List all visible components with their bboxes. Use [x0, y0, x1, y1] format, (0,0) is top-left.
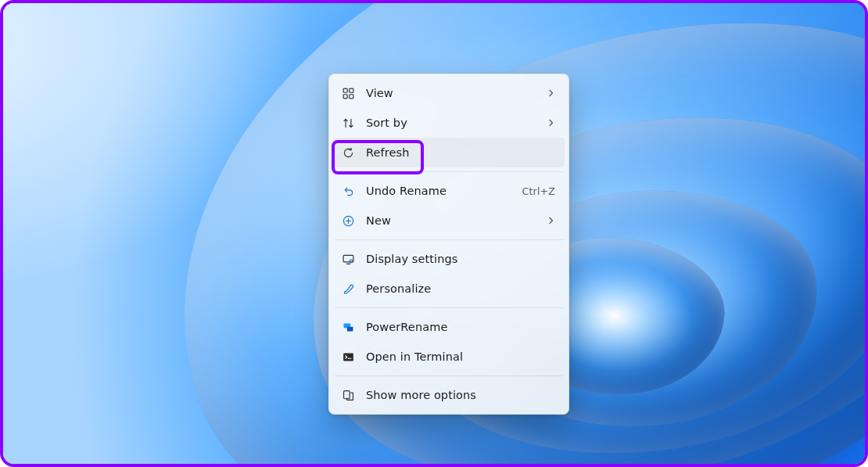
- menu-item-label: Open in Terminal: [366, 350, 555, 363]
- menu-item-label: Refresh: [366, 146, 555, 159]
- menu-item-undo-rename[interactable]: Undo Rename Ctrl+Z: [333, 176, 565, 206]
- svg-rect-2: [343, 94, 347, 98]
- svg-rect-10: [343, 390, 350, 398]
- menu-item-label: PowerRename: [366, 321, 555, 333]
- display-settings-icon: [341, 252, 355, 266]
- svg-point-6: [350, 260, 353, 263]
- menu-item-display-settings[interactable]: Display settings: [333, 244, 565, 274]
- svg-rect-5: [343, 255, 353, 262]
- menu-item-personalize[interactable]: Personalize: [333, 274, 565, 304]
- svg-rect-3: [349, 94, 353, 98]
- menu-item-label: Show more options: [366, 389, 555, 401]
- menu-item-label: Undo Rename: [366, 185, 511, 197]
- show-more-icon: [341, 388, 355, 402]
- menu-item-label: View: [366, 87, 536, 99]
- menu-separator: [335, 171, 563, 172]
- menu-item-sort-by[interactable]: Sort by: [333, 108, 565, 138]
- terminal-icon: [341, 350, 355, 364]
- menu-item-refresh[interactable]: Refresh: [333, 138, 565, 167]
- svg-rect-9: [343, 353, 353, 361]
- svg-rect-0: [343, 88, 347, 92]
- refresh-icon: [341, 145, 355, 160]
- sort-icon: [341, 116, 355, 130]
- menu-item-show-more-options[interactable]: Show more options: [333, 380, 565, 410]
- chevron-right-icon: [547, 117, 555, 129]
- menu-item-powerrename[interactable]: PowerRename: [333, 312, 565, 342]
- menu-item-label: New: [366, 214, 536, 227]
- menu-item-label: Sort by: [366, 117, 536, 129]
- svg-rect-1: [349, 88, 353, 92]
- desktop-context-menu: View Sort by Refresh Undo Rename Ctrl+Z …: [328, 74, 569, 415]
- menu-item-label: Personalize: [366, 282, 555, 295]
- chevron-right-icon: [547, 87, 555, 99]
- menu-item-label: Display settings: [366, 253, 555, 265]
- menu-item-open-in-terminal[interactable]: Open in Terminal: [333, 342, 565, 372]
- menu-separator: [335, 375, 563, 376]
- menu-item-view[interactable]: View: [333, 78, 565, 108]
- menu-separator: [335, 307, 563, 308]
- new-icon: [341, 214, 355, 228]
- menu-item-new[interactable]: New: [333, 206, 565, 235]
- view-icon: [341, 86, 355, 100]
- menu-item-shortcut: Ctrl+Z: [522, 185, 555, 197]
- chevron-right-icon: [547, 214, 555, 227]
- svg-rect-8: [346, 326, 353, 331]
- personalize-icon: [341, 282, 355, 296]
- powerrename-icon: [341, 320, 355, 334]
- menu-separator: [335, 239, 563, 240]
- undo-icon: [341, 184, 355, 198]
